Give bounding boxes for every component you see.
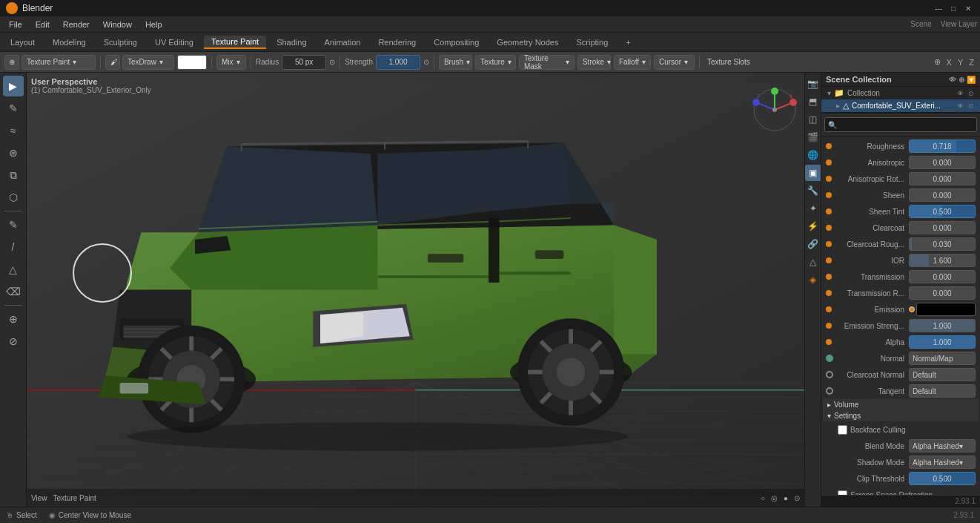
texture-dropdown[interactable]: Texture ▾ [475, 55, 516, 70]
tool-annotate-line[interactable]: / [3, 237, 24, 257]
panel-icon-world[interactable]: 🌐 [805, 147, 821, 163]
prop-value-anisotropic[interactable]: 0.000 [909, 156, 976, 169]
blend-mode-dropdown[interactable]: Mix ▾ [216, 55, 246, 70]
tab-shading[interactable]: Shading [269, 36, 314, 48]
suv-vis-icon[interactable]: 👁 [957, 102, 964, 110]
panel-icon-physics[interactable]: ⚡ [805, 218, 821, 234]
tab-layout[interactable]: Layout [3, 36, 42, 48]
window-controls[interactable]: — □ ✕ [933, 2, 974, 14]
tab-modeling[interactable]: Modeling [45, 36, 93, 48]
collection-item-root[interactable]: ▾ 📁 Collection 👁 ⊙ [821, 87, 980, 99]
prop-value-clearcoat-normal[interactable]: Default [909, 368, 976, 381]
prop-value-transmission-r[interactable]: 0.000 [909, 286, 976, 300]
view-menu-btn[interactable]: View [31, 494, 47, 502]
suv-hide-icon[interactable]: ⊙ [968, 102, 974, 110]
section-settings[interactable]: ▾ Settings [823, 410, 979, 421]
tool-mode[interactable]: ▶ [3, 76, 24, 96]
viewport-shading-material[interactable]: ◎ [771, 494, 778, 502]
mode-icon-btn[interactable]: ⊕ [4, 55, 19, 70]
tab-texture-paint[interactable]: Texture Paint [204, 36, 266, 49]
prop-value-clearcoat-rough[interactable]: 0.030 [909, 237, 976, 251]
maximize-button[interactable]: □ [947, 2, 959, 14]
collection-item-suv[interactable]: ▸ △ Comfortable_SUV_Exteri... 👁 ⊙ [821, 99, 980, 112]
menu-render[interactable]: Render [57, 19, 96, 30]
panel-icon-render[interactable]: 📷 [805, 76, 821, 92]
viewport[interactable]: X Y Z User Perspective (1) Comfortable_S… [27, 73, 804, 507]
close-button[interactable]: ✕ [962, 2, 974, 14]
strength-input[interactable] [376, 55, 420, 70]
panel-icon-object[interactable]: ▣ [805, 165, 821, 181]
mode-selector[interactable]: ⊕ Texture Paint ▾ [4, 55, 96, 70]
prop-value-clip-threshold[interactable]: 0.500 [909, 472, 976, 485]
backface-checkbox[interactable] [838, 425, 847, 435]
cursor-dropdown[interactable]: Cursor ▾ [654, 55, 695, 70]
menu-help[interactable]: Help [139, 19, 168, 30]
scene-coll-icon-3[interactable]: 🔽 [967, 76, 976, 84]
prop-value-tangent[interactable]: Default [909, 384, 976, 398]
brush-type-selector[interactable]: 🖌 TexDraw ▾ [105, 55, 174, 70]
scene-coll-icon-2[interactable]: ⊕ [959, 76, 964, 84]
tool-sample[interactable]: ⊕ [3, 309, 24, 329]
emission-color-dot[interactable] [909, 306, 915, 312]
panel-icon-particles[interactable]: ✦ [805, 200, 821, 217]
strength-pressure-icon[interactable]: ⊙ [423, 58, 429, 66]
tab-animation[interactable]: Animation [317, 36, 368, 48]
panel-icon-data[interactable]: △ [805, 254, 821, 270]
panel-icon-material[interactable]: ◈ [805, 272, 821, 288]
color-swatch[interactable] [177, 55, 207, 70]
viewport-gizmo[interactable]: X Y Z [752, 88, 797, 132]
minimize-button[interactable]: — [933, 2, 944, 14]
tool-annotate[interactable]: ✎ [3, 214, 24, 235]
falloff-dropdown[interactable]: Falloff ▾ [614, 55, 651, 70]
texture-mask-dropdown[interactable]: Texture Mask ▾ [519, 55, 575, 70]
viewport-overlay[interactable]: ⊙ [794, 494, 800, 502]
tool-erase[interactable]: ⊘ [3, 331, 24, 352]
panel-icon-modifier[interactable]: 🔧 [805, 182, 821, 199]
collection-vis-icon[interactable]: 👁 [957, 90, 964, 97]
prop-value-sheen-tint[interactable]: 0.500 [909, 205, 976, 218]
menu-window[interactable]: Window [97, 19, 138, 30]
panel-icon-output[interactable]: ⬒ [805, 93, 821, 110]
header-right-2[interactable]: X [947, 58, 952, 67]
paint-mode-dropdown[interactable]: Texture Paint ▾ [21, 55, 96, 70]
panel-icon-constraints[interactable]: 🔗 [805, 236, 821, 252]
prop-value-ior[interactable]: 1.600 [909, 254, 976, 267]
collection-hide-icon[interactable]: ⊙ [968, 90, 974, 97]
radius-input[interactable] [282, 55, 326, 70]
prop-value-emission[interactable] [916, 303, 976, 316]
tool-fill[interactable]: ⬡ [3, 187, 24, 208]
prop-value-transmission[interactable]: 0.000 [909, 270, 976, 283]
section-volume[interactable]: ▸ Volume [823, 399, 979, 410]
prop-value-emission-strength[interactable]: 1.000 [909, 319, 976, 332]
prop-value-sheen[interactable]: 0.000 [909, 188, 976, 202]
prop-value-normal[interactable]: Normal/Map [909, 352, 976, 365]
tab-sculpting[interactable]: Sculpting [96, 36, 145, 48]
scene-coll-icon-1[interactable]: 👁 [949, 76, 956, 84]
tool-smear[interactable]: ⊛ [3, 142, 24, 163]
tool-soften[interactable]: ≈ [3, 120, 24, 141]
tool-annotate-erase[interactable]: ⌫ [3, 281, 24, 302]
prop-value-alpha[interactable]: 1.000 [909, 335, 976, 349]
menu-file[interactable]: File [3, 19, 28, 30]
stroke-dropdown[interactable]: Stroke ▾ [577, 55, 611, 70]
panel-icon-view[interactable]: ◫ [805, 111, 821, 128]
prop-value-roughness[interactable]: 0.718 [909, 139, 976, 153]
panel-icon-scene[interactable]: 🎬 [805, 129, 821, 145]
brush-dropdown[interactable]: Brush ▾ [439, 55, 472, 70]
header-right-4[interactable]: Z [969, 58, 974, 67]
prop-value-blend-mode[interactable]: Alpha Hashed ▾ [909, 439, 976, 453]
tab-geometry-nodes[interactable]: Geometry Nodes [489, 36, 566, 48]
texture-paint-menu-btn[interactable]: Texture Paint [53, 494, 96, 502]
tool-draw[interactable]: ✎ [3, 98, 24, 119]
tool-clone[interactable]: ⧉ [3, 165, 24, 185]
viewport-shading-solid[interactable]: ○ [761, 494, 765, 502]
tab-scripting[interactable]: Scripting [569, 36, 615, 48]
menu-edit[interactable]: Edit [30, 19, 56, 30]
properties-search[interactable] [824, 117, 977, 132]
header-right-1[interactable]: ⊕ [934, 57, 941, 67]
prop-value-clearcoat[interactable]: 0.000 [909, 221, 976, 234]
tab-uv-editing[interactable]: UV Editing [148, 36, 201, 48]
viewport-shading-rendered[interactable]: ● [784, 494, 788, 502]
brush-type-dropdown[interactable]: TexDraw ▾ [122, 55, 174, 70]
tab-rendering[interactable]: Rendering [371, 36, 423, 48]
